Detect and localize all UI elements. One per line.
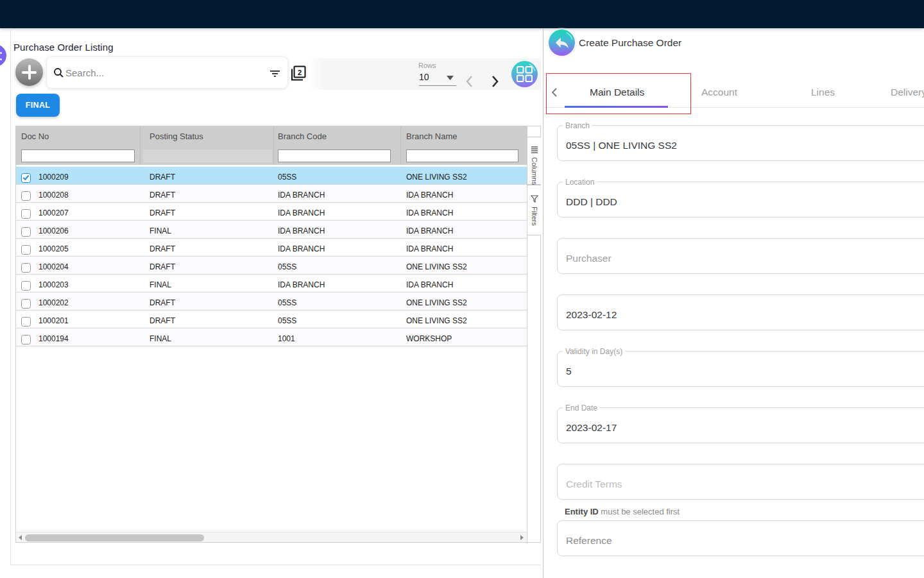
svg-text:2: 2: [298, 69, 302, 76]
